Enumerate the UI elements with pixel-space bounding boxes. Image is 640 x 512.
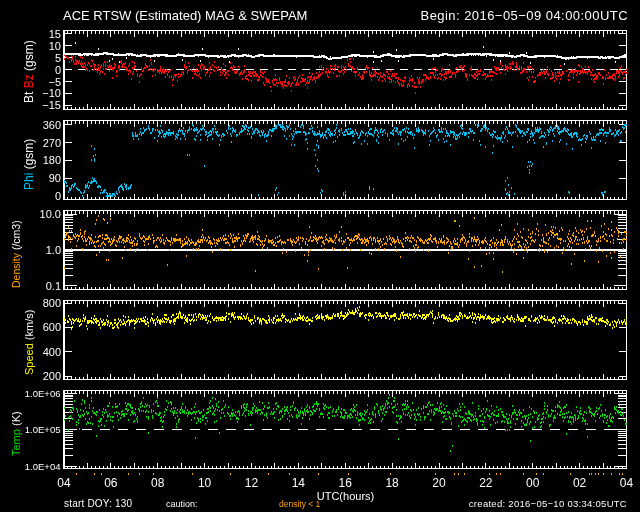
- svg-text:400: 400: [43, 346, 61, 358]
- svg-text:20: 20: [432, 476, 446, 490]
- svg-text:800: 800: [43, 297, 61, 309]
- svg-text:04: 04: [57, 476, 71, 490]
- svg-text:15: 15: [49, 28, 61, 40]
- svg-text:Phi (gsm): Phi (gsm): [22, 139, 36, 190]
- svg-text:1.0E+04: 1.0E+04: [25, 461, 61, 472]
- svg-text:created: 2016−05−10 03:34:05UT: created: 2016−05−10 03:34:05UTC: [469, 498, 627, 509]
- svg-text:10: 10: [49, 40, 61, 52]
- svg-text:180: 180: [43, 154, 61, 166]
- svg-text:Density (/cm3): Density (/cm3): [10, 220, 22, 288]
- svg-text:00: 00: [526, 476, 540, 490]
- svg-text:ACE RTSW (Estimated) MAG & SWE: ACE RTSW (Estimated) MAG & SWEPAM: [63, 8, 307, 23]
- svg-text:0: 0: [55, 190, 61, 202]
- svg-text:1.0E+06: 1.0E+06: [25, 388, 61, 399]
- svg-text:22: 22: [479, 476, 493, 490]
- svg-text:Temp (K): Temp (K): [10, 411, 22, 456]
- svg-text:10.0: 10.0: [40, 208, 61, 220]
- svg-text:−5: −5: [48, 76, 61, 88]
- svg-text:0: 0: [55, 64, 61, 76]
- svg-text:start DOY: 130: start DOY: 130: [64, 498, 133, 509]
- svg-text:12: 12: [245, 476, 259, 490]
- svg-text:Speed (km/s): Speed (km/s): [23, 310, 35, 375]
- svg-text:caution:: caution:: [166, 499, 198, 509]
- svg-text:−15: −15: [42, 99, 61, 111]
- svg-text:5: 5: [55, 52, 61, 64]
- svg-text:360: 360: [43, 119, 61, 131]
- svg-text:14: 14: [292, 476, 306, 490]
- svg-text:Bt Bz (gsm): Bt Bz (gsm): [22, 40, 36, 103]
- svg-text:02: 02: [573, 476, 587, 490]
- svg-text:90: 90: [49, 172, 61, 184]
- svg-text:Begin: 2016−05−09 04:00:00UTC: Begin: 2016−05−09 04:00:00UTC: [421, 8, 628, 23]
- svg-text:1.0: 1.0: [46, 244, 61, 256]
- svg-text:04: 04: [620, 476, 634, 490]
- svg-text:270: 270: [43, 137, 61, 149]
- svg-text:density < 1: density < 1: [279, 499, 321, 509]
- svg-text:−10: −10: [42, 87, 61, 99]
- svg-text:08: 08: [151, 476, 165, 490]
- svg-text:600: 600: [43, 321, 61, 333]
- svg-text:1.0E+05: 1.0E+05: [25, 424, 61, 435]
- svg-text:200: 200: [43, 370, 61, 382]
- svg-text:0.1: 0.1: [46, 280, 61, 292]
- svg-text:10: 10: [198, 476, 212, 490]
- svg-text:UTC(hours): UTC(hours): [317, 490, 374, 502]
- svg-text:16: 16: [339, 476, 353, 490]
- svg-text:18: 18: [385, 476, 399, 490]
- svg-text:06: 06: [104, 476, 118, 490]
